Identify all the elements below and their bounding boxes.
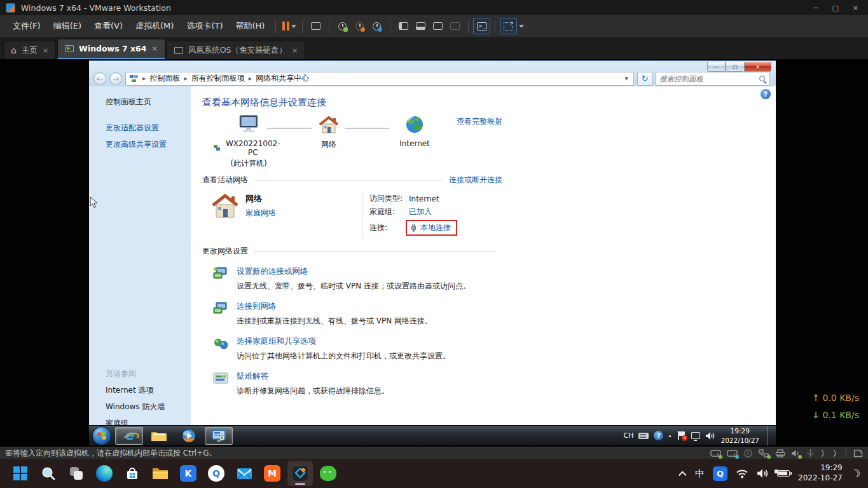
language-indicator[interactable]: CH: [624, 431, 634, 440]
hard-disk-icon[interactable]: [710, 449, 721, 458]
menu-edit[interactable]: 编辑(E): [47, 17, 88, 35]
sidebar-item-windows-firewall[interactable]: Windows 防火墙: [106, 402, 165, 412]
help-icon[interactable]: ?: [761, 89, 771, 99]
taskbar-wmp-button[interactable]: [175, 427, 203, 445]
host-wechat-button[interactable]: [315, 461, 341, 486]
sound-icon[interactable]: [791, 449, 801, 458]
host-clock[interactable]: 19:29 2022-10-27: [798, 463, 843, 483]
taskbar-network-center-button[interactable]: [205, 427, 233, 445]
host-start-button[interactable]: [8, 461, 33, 486]
take-snapshot-button[interactable]: [334, 18, 351, 34]
help-tray-icon[interactable]: ?: [654, 431, 663, 440]
night-mode-icon[interactable]: ☽: [849, 466, 862, 481]
menu-file[interactable]: 文件(F): [6, 17, 47, 35]
tab-phoenix[interactable]: 凤凰系统OS（免安装硬盘） ×: [167, 41, 306, 59]
taskbar-ie-button[interactable]: e: [115, 427, 143, 445]
speaker-icon[interactable]: [757, 468, 769, 478]
printer-icon[interactable]: [775, 449, 785, 458]
map-node-network[interactable]: 网络: [308, 116, 349, 150]
show-desktop-button[interactable]: [768, 426, 774, 446]
taskbar-explorer-button[interactable]: [145, 427, 173, 445]
setup-new-connection-link[interactable]: 设置新的连接或网络: [237, 266, 471, 277]
window-minimize-button[interactable]: ─: [814, 4, 818, 12]
window-close-button[interactable]: ×: [853, 4, 858, 12]
close-icon[interactable]: ×: [43, 46, 48, 55]
map-node-internet[interactable]: Internet: [392, 115, 437, 148]
message-log-icon[interactable]: [853, 449, 863, 458]
show-library-button[interactable]: [395, 18, 412, 34]
cd-rom-icon[interactable]: [743, 449, 753, 458]
search-box[interactable]: [656, 72, 770, 86]
show-thumbnail-bar-button[interactable]: [412, 18, 429, 34]
view-full-map-link[interactable]: 查看完整映射: [457, 116, 502, 127]
host-store-button[interactable]: [120, 461, 145, 486]
breadcrumb-network-sharing-center[interactable]: 网络和共享中心: [256, 73, 309, 84]
search-input[interactable]: [659, 74, 759, 83]
fit-guest-button[interactable]: [500, 18, 517, 34]
refresh-button[interactable]: ↻: [637, 72, 652, 86]
host-mangotv-button[interactable]: M: [259, 461, 285, 486]
sidebar-item-change-adapter[interactable]: 更改适配器设置: [106, 123, 191, 133]
tab-home[interactable]: ⌂ 主页 ×: [3, 41, 56, 59]
window-maximize-button[interactable]: □: [832, 4, 838, 12]
send-ctrl-alt-del-button[interactable]: [307, 18, 324, 34]
back-button[interactable]: ←: [93, 72, 106, 85]
battery-charging-icon[interactable]: [777, 470, 790, 477]
sidebar-item-internet-options[interactable]: Internet 选项: [106, 385, 165, 396]
breadcrumb[interactable]: ▶ 控制面板 ▶ 所有控制面板项 ▶ 网络和共享中心 ▼: [125, 72, 634, 86]
console-view-button[interactable]: >_: [473, 18, 490, 34]
forward-button[interactable]: →: [109, 72, 122, 85]
connect-to-network-link[interactable]: 连接到网络: [237, 301, 432, 312]
show-hidden-icons[interactable]: ▴: [668, 433, 671, 438]
volume-icon[interactable]: [705, 431, 715, 440]
menu-tabs[interactable]: 选项卡(T): [180, 17, 229, 35]
network-tray-icon[interactable]: [691, 432, 700, 439]
close-icon[interactable]: ×: [151, 44, 157, 53]
chevron-down-icon[interactable]: [519, 25, 524, 28]
host-search-button[interactable]: [36, 461, 61, 486]
close-icon[interactable]: ×: [292, 46, 298, 55]
host-edge-button[interactable]: [92, 461, 117, 486]
suspend-vm-button[interactable]: [280, 18, 298, 34]
troubleshoot-link[interactable]: 疑难解答: [237, 371, 389, 382]
usb-device-icon[interactable]: [806, 449, 815, 458]
parallel-port-icon[interactable]: [832, 449, 839, 458]
start-button[interactable]: [92, 426, 111, 445]
homegroup-joined-link[interactable]: 已加入: [409, 207, 432, 217]
breadcrumb-control-panel[interactable]: 控制面板: [149, 73, 180, 84]
menu-help[interactable]: 帮助(H): [230, 17, 272, 35]
serial-port-icon[interactable]: [820, 449, 827, 458]
fullscreen-button[interactable]: [429, 18, 446, 34]
sidebar-item-advanced-sharing[interactable]: 更改高级共享设置: [106, 139, 191, 150]
choose-homegroup-link[interactable]: 选择家庭组和共享选项: [237, 336, 450, 347]
host-k-app-button[interactable]: K: [176, 461, 201, 486]
tab-windows7[interactable]: Windows 7 x64 ×: [57, 39, 165, 59]
host-ime-indicator[interactable]: 中: [695, 468, 705, 480]
address-dropdown-icon[interactable]: ▼: [623, 76, 630, 81]
host-quark-button[interactable]: Q: [203, 461, 229, 486]
sidebar-item-home[interactable]: 控制面板主页: [106, 97, 191, 107]
host-vmware-button[interactable]: [287, 461, 313, 486]
host-file-explorer-button[interactable]: [148, 461, 173, 486]
network-adapter-icon[interactable]: [759, 449, 769, 458]
show-hidden-icons-chevron[interactable]: [679, 471, 687, 479]
keyboard-icon[interactable]: [638, 433, 649, 439]
home-network-link[interactable]: 家庭网络: [245, 208, 276, 219]
manage-snapshots-button[interactable]: [368, 18, 385, 34]
wifi-icon[interactable]: [736, 468, 748, 478]
unity-mode-button[interactable]: [446, 18, 464, 34]
host-task-view-button[interactable]: [64, 461, 89, 486]
revert-snapshot-button[interactable]: [351, 18, 368, 34]
host-mail-button[interactable]: [231, 461, 257, 486]
menu-vm[interactable]: 虚拟机(M): [129, 17, 180, 35]
qq-tray-icon[interactable]: Q: [713, 466, 727, 481]
hard-disk-2-icon[interactable]: [727, 449, 738, 458]
action-center-icon[interactable]: ×: [676, 431, 686, 440]
map-node-computer[interactable]: WX20221002-PC (此计算机): [214, 115, 284, 169]
menu-view[interactable]: 查看(V): [88, 17, 129, 35]
connect-disconnect-link[interactable]: 连接或断开连接: [449, 175, 502, 186]
local-connection-link[interactable]: 本地连接: [420, 222, 451, 233]
guest-clock[interactable]: 19:29 2022/10/27: [720, 426, 759, 444]
home-network-icon[interactable]: [210, 193, 239, 220]
breadcrumb-all-items[interactable]: 所有控制面板项: [191, 73, 245, 84]
